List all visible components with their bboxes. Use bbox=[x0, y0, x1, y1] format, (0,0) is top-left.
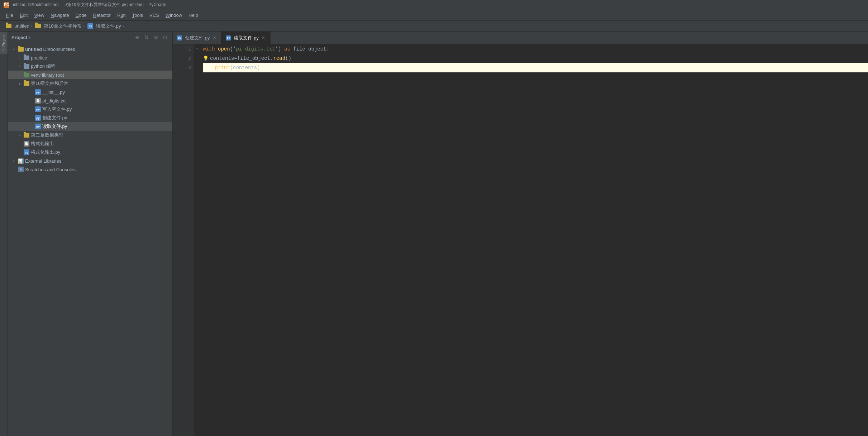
tree-item-python-programming[interactable]: › python 编程 bbox=[8, 62, 172, 71]
token-print: print bbox=[215, 65, 230, 71]
tree-item-format-txt[interactable]: › 📄 格式化输出 bbox=[8, 139, 172, 148]
token-file-obj-colon: file_object: bbox=[293, 46, 329, 52]
py-icon-format: py bbox=[24, 149, 29, 155]
tree-item-practice[interactable]: › practice bbox=[8, 53, 172, 62]
tab-icon-read: py bbox=[226, 35, 231, 40]
breadcrumb-label-untitled: untitled bbox=[14, 23, 29, 29]
sort-icon-btn[interactable]: ⇅ bbox=[143, 34, 150, 41]
tab-icon-create: py bbox=[177, 35, 182, 40]
menu-bar: File Edit View Navigate Code Refactor Ru… bbox=[0, 10, 868, 21]
menu-vcs[interactable]: VCS bbox=[147, 11, 162, 19]
token-filename: pi_digits.txt bbox=[236, 46, 275, 52]
tree-arrow-chapter10[interactable]: ▾ bbox=[16, 81, 22, 86]
menu-help[interactable]: Help bbox=[186, 11, 201, 19]
menu-file[interactable]: File bbox=[3, 11, 16, 19]
code-content[interactable]: with open('pi_digits.txt') as file_objec… bbox=[200, 44, 868, 436]
folder-icon-2 bbox=[35, 24, 41, 28]
settings-icon-btn[interactable]: ⚙ bbox=[152, 34, 159, 41]
tree-item-init-py[interactable]: › py __init__.py bbox=[8, 88, 172, 96]
folder-icon-chapter2 bbox=[24, 133, 29, 138]
tree-label-scratches: Scratches and Consoles bbox=[25, 167, 170, 172]
line-num-1: 1 bbox=[176, 44, 191, 54]
code-editor[interactable]: 1 2 3 ▾ with open('pi_digits.txt') as fi… bbox=[173, 44, 868, 436]
tree-label-chapter10: 第10章文件和异常 bbox=[31, 80, 170, 87]
code-line-3: print(contents) bbox=[203, 63, 868, 72]
tree-arrow-venv[interactable]: › bbox=[16, 72, 22, 78]
token-parens: () bbox=[285, 56, 291, 61]
tree-arrow-root[interactable]: ▾ bbox=[11, 46, 16, 52]
tree-label-external: External Libraries bbox=[25, 158, 170, 164]
line-num-2: 2 bbox=[176, 54, 191, 63]
code-line-1: with open('pi_digits.txt') as file_objec… bbox=[203, 44, 868, 54]
tree-label-write: 写入空文件.py bbox=[42, 106, 170, 112]
tree-item-chapter2[interactable]: › 第二章数据类型 bbox=[8, 131, 172, 139]
app-icon: PC bbox=[4, 2, 9, 8]
token-contents-arg: contents bbox=[233, 65, 257, 71]
folder-icon-venv bbox=[24, 73, 29, 77]
tree-label-practice: practice bbox=[31, 55, 170, 61]
tree-item-read-file[interactable]: › py 读取文件.py bbox=[8, 122, 172, 131]
tree-label-pi: pi_digits.txt bbox=[42, 98, 170, 104]
token-indent bbox=[203, 65, 215, 71]
tree-label-format-txt: 格式化输出 bbox=[31, 140, 170, 147]
locate-icon-btn[interactable]: ⊕ bbox=[134, 34, 141, 41]
collapse-icon-btn[interactable]: ⊡ bbox=[162, 34, 169, 41]
breadcrumb: untitled › 第10章文件和异常 › py 读取文件.py › bbox=[0, 21, 868, 32]
menu-code[interactable]: Code bbox=[73, 11, 90, 19]
tree-arrow-chapter2[interactable]: › bbox=[16, 132, 22, 138]
tab-label-read: 读取文件.py bbox=[234, 35, 258, 41]
breadcrumb-item-untitled[interactable]: untitled bbox=[4, 23, 29, 29]
token-as: as bbox=[284, 46, 293, 52]
tree-item-create-file[interactable]: › py 创建文件.py bbox=[8, 114, 172, 122]
tab-bar: py 创建文件.py ✕ py 读取文件.py ✕ bbox=[173, 32, 868, 44]
token-fileobj: file_object bbox=[237, 56, 270, 61]
tree-arrow-python[interactable]: › bbox=[16, 63, 22, 69]
vertical-panel: 1: Project bbox=[0, 32, 8, 436]
scratch-icon: ✎ bbox=[18, 167, 24, 172]
menu-view[interactable]: View bbox=[31, 11, 47, 19]
token-eq: = bbox=[234, 56, 237, 61]
folder-icon bbox=[6, 24, 11, 28]
py-icon-create: py bbox=[35, 115, 41, 121]
menu-tools[interactable]: Tools bbox=[129, 11, 146, 19]
token-paren2: ') bbox=[275, 46, 284, 52]
tree-item-venv[interactable]: › venv library root bbox=[8, 71, 172, 79]
tree-item-pi-digits[interactable]: › 📄 pi_digits.txt bbox=[8, 96, 172, 105]
tab-read-file[interactable]: py 读取文件.py ✕ bbox=[221, 32, 270, 44]
tree-item-chapter10[interactable]: ▾ 第10章文件和异常 bbox=[8, 79, 172, 88]
breadcrumb-sep-2: › bbox=[83, 23, 85, 29]
folder-icon-root bbox=[18, 47, 24, 52]
project-tree: ▾ untitled D:\tools\untitled › practice … bbox=[8, 43, 172, 436]
breadcrumb-item-file[interactable]: py 读取文件.py bbox=[86, 23, 121, 29]
panel-tab-project[interactable]: 1: Project bbox=[0, 32, 8, 54]
tree-item-external-libs[interactable]: › 📊 External Libraries bbox=[8, 157, 172, 165]
tab-create-file[interactable]: py 创建文件.py ✕ bbox=[173, 32, 221, 44]
menu-navigate[interactable]: Navigate bbox=[48, 11, 72, 19]
tree-item-scratches[interactable]: › ✎ Scratches and Consoles bbox=[8, 165, 172, 174]
tree-label-init: __init__.py bbox=[42, 90, 170, 95]
tree-arrow-external[interactable]: › bbox=[11, 158, 16, 164]
tree-label-read: 读取文件.py bbox=[42, 123, 170, 130]
tree-label-chapter2: 第二章数据类型 bbox=[31, 132, 170, 138]
txt-icon-pi: 📄 bbox=[35, 98, 41, 104]
token-read: read bbox=[273, 56, 285, 61]
fold-marker-1[interactable]: ▾ bbox=[196, 44, 198, 54]
tree-root-untitled[interactable]: ▾ untitled D:\tools\untitled bbox=[8, 45, 172, 53]
tab-close-create[interactable]: ✕ bbox=[212, 35, 217, 40]
menu-refactor[interactable]: Refactor bbox=[90, 11, 114, 19]
breadcrumb-sep-3: › bbox=[122, 23, 124, 29]
tree-item-write-empty[interactable]: › py 写入空文件.py bbox=[8, 105, 172, 114]
tree-arrow-practice[interactable]: › bbox=[16, 55, 22, 61]
tab-close-read[interactable]: ✕ bbox=[261, 35, 266, 40]
tree-item-format-py[interactable]: › py 格式化输出.py bbox=[8, 148, 172, 157]
project-panel: Project ▾ ⊕ ⇅ ⚙ ⊡ ▾ untitled D:\tools\un… bbox=[8, 32, 173, 436]
py-icon-read: py bbox=[35, 124, 41, 129]
dropdown-arrow[interactable]: ▾ bbox=[29, 35, 30, 39]
menu-run[interactable]: Run bbox=[114, 11, 129, 19]
breadcrumb-item-chapter[interactable]: 第10章文件和异常 bbox=[34, 23, 81, 29]
token-contents-var: contents bbox=[210, 56, 234, 61]
txt-icon-format: 📄 bbox=[24, 141, 29, 147]
py-icon-init: py bbox=[35, 89, 41, 95]
menu-window[interactable]: Window bbox=[163, 11, 185, 19]
menu-edit[interactable]: Edit bbox=[17, 11, 30, 19]
